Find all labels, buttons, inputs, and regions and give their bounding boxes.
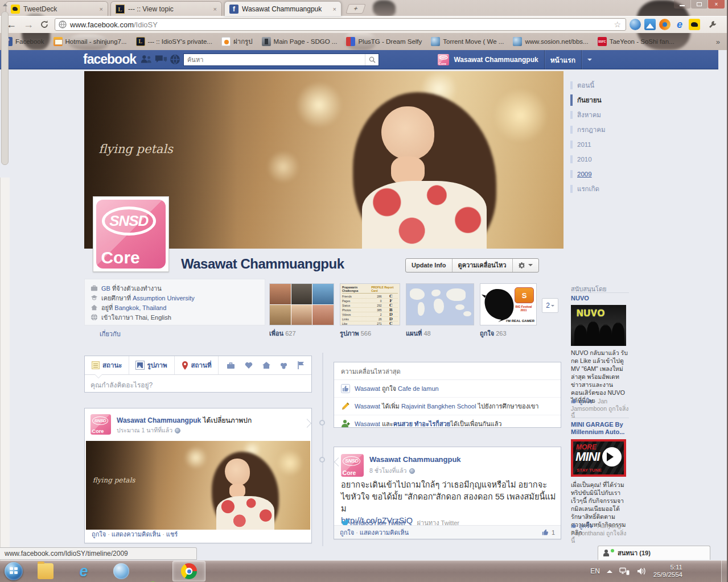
ad-like-link[interactable]: ถูกใจ bbox=[579, 398, 593, 404]
account-menu-caret-icon[interactable] bbox=[587, 59, 592, 63]
share-link[interactable]: แชร์ bbox=[166, 531, 178, 538]
start-button[interactable] bbox=[5, 562, 23, 580]
tray-expand-icon[interactable] bbox=[607, 567, 612, 573]
extension-globe-icon[interactable] bbox=[630, 19, 641, 30]
post-avatar[interactable]: SNSDCore bbox=[341, 454, 364, 477]
likes-label[interactable]: ถูกใจ 263 bbox=[480, 328, 507, 339]
ad-nuvo-image[interactable]: NUVO bbox=[571, 305, 626, 346]
tab-close-icon[interactable]: × bbox=[333, 6, 336, 13]
city-link[interactable]: Bangkok, Thailand bbox=[114, 304, 166, 311]
bookmark-hotmail[interactable]: Hotmail - shinjung7... bbox=[54, 37, 127, 46]
extension-photos-icon[interactable] bbox=[644, 19, 656, 30]
home-link[interactable]: หน้าแรก bbox=[550, 55, 575, 65]
actor-link[interactable]: Wasawat bbox=[355, 403, 380, 410]
composer-tab-status[interactable]: สถานะ bbox=[85, 356, 129, 374]
photos-label[interactable]: รูปภาพ 566 bbox=[340, 328, 371, 339]
timeline-nav-july[interactable]: กรกฎาคม bbox=[570, 124, 606, 135]
ie-taskbar-icon[interactable]: e bbox=[76, 563, 92, 579]
scroll-up-button[interactable] bbox=[0, 0, 10, 10]
tab-facebook-active[interactable]: f Wasawat Chammuangpuk × bbox=[224, 1, 342, 16]
timeline-nav-august[interactable]: สิงหาคม bbox=[570, 109, 601, 121]
post-author-link[interactable]: Wasawat Chammuangpuk bbox=[117, 416, 201, 424]
notifications-globe-icon[interactable] bbox=[170, 54, 182, 64]
life-event-heart-icon[interactable] bbox=[245, 362, 253, 369]
profile-picture[interactable]: SNSD Core bbox=[93, 196, 169, 272]
chrome-menu-wrench-icon[interactable] bbox=[708, 20, 717, 29]
bookmark-sosion[interactable]: www.sosion.net/bbs... bbox=[513, 37, 588, 46]
life-event-milestone-icon[interactable] bbox=[280, 362, 287, 369]
life-event-work-icon[interactable] bbox=[227, 362, 235, 369]
timeline-nav-born[interactable]: แรกเกิด bbox=[570, 183, 599, 195]
object-link[interactable]: Cafe de lamun bbox=[398, 385, 439, 392]
like-link[interactable]: ถูกใจ bbox=[92, 531, 106, 538]
friends-label[interactable]: เพื่อน 627 bbox=[269, 328, 296, 339]
timeline-nav-2011[interactable]: 2011 bbox=[570, 139, 591, 150]
life-event-home-icon[interactable] bbox=[262, 362, 270, 369]
friends-tile[interactable] bbox=[269, 283, 334, 325]
timeline-nav-september[interactable]: กันยายน bbox=[570, 94, 602, 106]
messages-icon[interactable] bbox=[155, 54, 167, 64]
close-button[interactable]: × bbox=[708, 0, 725, 9]
object-link[interactable]: Rajavinit Bangkhen School bbox=[401, 403, 476, 410]
map-tile[interactable] bbox=[406, 283, 474, 325]
messenger-taskbar-icon[interactable] bbox=[149, 579, 164, 582]
header-avatar[interactable]: SNSDCore bbox=[438, 54, 449, 65]
bookmark-image-host[interactable]: ฝากรูป bbox=[221, 36, 253, 47]
ad-like-link[interactable]: ถูกใจ bbox=[579, 522, 593, 529]
new-tab-button[interactable]: + bbox=[346, 4, 366, 14]
extension-bird-icon[interactable] bbox=[689, 19, 700, 30]
explorer-taskbar-icon[interactable] bbox=[38, 563, 54, 579]
language-indicator[interactable]: EN bbox=[590, 567, 600, 575]
bookmark-star-icon[interactable]: ☆ bbox=[611, 20, 623, 29]
activity-log-button[interactable]: ดูความเคลื่อนไหว bbox=[453, 259, 513, 272]
post-author-link[interactable]: Wasawat Chammuangpuk bbox=[369, 455, 461, 464]
extension-swirl-icon[interactable] bbox=[659, 19, 671, 30]
bookmark-facebook[interactable]: fFacebook bbox=[3, 37, 44, 46]
work-link[interactable]: GB bbox=[101, 285, 110, 292]
school-link[interactable]: Assumption University bbox=[133, 295, 195, 302]
browser-globe-taskbar-icon[interactable] bbox=[113, 563, 129, 579]
likes-tile[interactable]: S BIG Festival 2011 I'M REAL GAMER bbox=[480, 283, 537, 325]
tiles-pager-button[interactable]: 2 bbox=[542, 298, 558, 313]
timeline-nav-2009[interactable]: 2009 bbox=[570, 168, 592, 180]
comment-link[interactable]: แสดงความคิดเห็น bbox=[360, 527, 409, 538]
bookmarks-overflow-chevron[interactable]: » bbox=[716, 38, 720, 46]
bookmark-taeyeon[interactable]: SSFCTaeYeon - SoShi fan... bbox=[598, 37, 674, 46]
chrome-taskbar-icon[interactable] bbox=[181, 563, 197, 579]
tab-close-icon[interactable]: × bbox=[213, 6, 217, 13]
maximize-button[interactable] bbox=[691, 0, 708, 9]
header-profile-link[interactable]: Wasawat Chammuangpuk bbox=[454, 56, 538, 64]
photos-tile[interactable]: Prapawarin ChaikongsaPROFILE Report Card… bbox=[340, 283, 400, 325]
chat-bar[interactable]: สนทนา (19) bbox=[598, 546, 710, 560]
tab-view-topic[interactable]: L --- :: View topic × bbox=[110, 1, 222, 16]
bookmark-sdgo[interactable]: Main Page - SDGO ... bbox=[262, 37, 338, 46]
friend-link[interactable]: คนสวย ทำอะไรก็สวย bbox=[393, 420, 451, 427]
actor-link[interactable]: Wasawat bbox=[355, 385, 380, 392]
status-input[interactable]: คุณกำลังคิดอะไรอยู่? bbox=[88, 378, 308, 389]
update-info-button[interactable]: Update Info bbox=[406, 259, 453, 272]
search-input[interactable] bbox=[184, 54, 365, 65]
ad-mini-title[interactable]: MINI GARAGE By Millennium Auto... bbox=[571, 421, 630, 436]
tab-tweetdeck[interactable]: TweetDeck × bbox=[6, 1, 108, 16]
bookmark-forum[interactable]: L--- :: IdioSY's private... bbox=[136, 37, 212, 46]
post-cover-image[interactable]: flying petals bbox=[86, 441, 310, 530]
omnibox[interactable]: www.facebook.com /IdioSY ☆ bbox=[55, 18, 626, 31]
search-button[interactable] bbox=[365, 54, 379, 65]
settings-gear-button[interactable] bbox=[513, 259, 538, 272]
post-timestamp[interactable]: ประมาณ 1 นาทีที่แล้ว bbox=[117, 426, 172, 435]
bookmark-torrent[interactable]: Torrent Move ( We ... bbox=[431, 37, 504, 46]
scrollbar-thumb[interactable] bbox=[1, 11, 9, 165]
scrollbar[interactable] bbox=[0, 178, 10, 582]
like-link[interactable]: ถูกใจ bbox=[340, 527, 354, 538]
minimize-button[interactable] bbox=[674, 0, 690, 9]
timeline-nav-now[interactable]: ตอนนี้ bbox=[570, 80, 594, 91]
bookmark-plustg[interactable]: PlusTG - Dream Selfy bbox=[346, 37, 422, 46]
tab-close-icon[interactable]: × bbox=[100, 6, 103, 13]
about-link[interactable]: เกี่ยวกับ bbox=[100, 329, 121, 339]
facebook-logo[interactable]: facebook bbox=[83, 52, 136, 67]
composer-tab-photo[interactable]: รูปภาพ bbox=[129, 356, 174, 374]
show-desktop-button[interactable] bbox=[721, 560, 727, 582]
extension-ie-icon[interactable]: e bbox=[674, 19, 685, 30]
ad-mini-image[interactable]: MORE MINI STAY TUNE bbox=[571, 439, 626, 477]
forward-button[interactable]: → bbox=[22, 18, 35, 31]
